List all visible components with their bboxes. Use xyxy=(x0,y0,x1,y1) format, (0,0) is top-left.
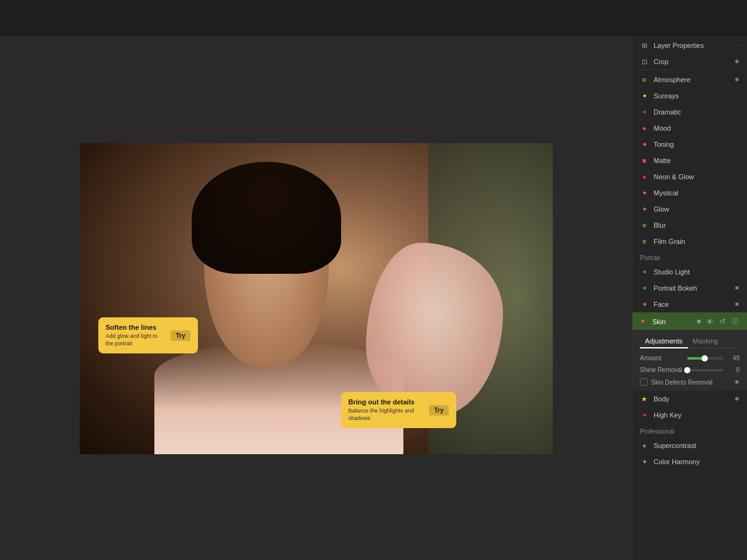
amount-control-row: Amount 49 xyxy=(640,355,740,362)
atmosphere-star: ✱ xyxy=(735,77,740,83)
skin-panel-icon: ✦ xyxy=(640,317,649,326)
sidebar-item-mystical[interactable]: ✦ Mystical xyxy=(632,185,747,201)
layer-properties-item[interactable]: ⊞ Layer Properties ··· xyxy=(632,37,747,54)
skin-defects-label: Skin Defects Removal xyxy=(651,379,731,386)
portrait-bokeh-star: ✱ xyxy=(735,285,740,291)
tab-adjustments[interactable]: Adjustments xyxy=(640,335,688,348)
skin-reset-button[interactable]: ↺ xyxy=(718,317,726,325)
amount-slider-thumb[interactable] xyxy=(702,355,708,362)
sidebar-item-body[interactable]: ★ Body ✱ xyxy=(632,391,747,407)
sunrays-icon: ✦ xyxy=(640,91,649,100)
glow-icon: ✦ xyxy=(640,205,649,213)
photo-background xyxy=(80,143,553,454)
sidebar-item-atmosphere[interactable]: ≡ Atmosphere ✱ xyxy=(632,72,747,88)
sidebar-item-supercontrast[interactable]: ● Supercontrast xyxy=(632,437,747,454)
professional-section-label: Professional xyxy=(632,423,747,437)
studio-light-label: Studio Light xyxy=(654,268,740,276)
skin-defects-checkbox[interactable] xyxy=(640,378,647,386)
mood-icon: ● xyxy=(640,124,649,133)
tooltip-soften-desc: Add glow and light to the portrait xyxy=(106,333,166,347)
body-label: Body xyxy=(654,395,730,403)
blur-label: Blur xyxy=(654,222,740,229)
sidebar-item-matte[interactable]: ■ Matte xyxy=(632,152,747,169)
sidebar-item-neon-glow[interactable]: ● Neon & Glow xyxy=(632,169,747,185)
tooltip-details-desc: Balance the highlights and shadows xyxy=(349,408,425,422)
matte-label: Matte xyxy=(654,157,740,164)
portrait-bokeh-icon: ✦ xyxy=(640,284,649,292)
tooltip-soften-title: Soften the lines xyxy=(106,324,166,331)
sidebar-item-mood[interactable]: ● Mood xyxy=(632,120,747,136)
photo-container: Soften the lines Add glow and light to t… xyxy=(80,143,553,454)
sidebar-item-face[interactable]: ✦ Face ✱ xyxy=(632,296,747,312)
shine-removal-label: Shine Removal xyxy=(640,366,684,373)
skin-panel-label: Skin xyxy=(652,318,693,325)
shine-removal-control-row: Shine Removal 0 xyxy=(640,366,740,373)
atmosphere-label: Atmosphere xyxy=(654,76,730,83)
layer-properties-icon: ⊞ xyxy=(640,41,649,50)
color-harmony-icon: ✦ xyxy=(640,457,649,466)
mystical-label: Mystical xyxy=(654,189,740,197)
shine-removal-slider-thumb[interactable] xyxy=(684,367,690,373)
sidebar-item-blur[interactable]: ≡ Blur xyxy=(632,217,747,233)
tooltip-details-try-button[interactable]: Try xyxy=(429,405,448,416)
tooltip-soften-text: Soften the lines Add glow and light to t… xyxy=(106,324,166,347)
crop-star: ✱ xyxy=(735,58,740,65)
blur-icon: ≡ xyxy=(640,221,649,230)
supercontrast-icon: ● xyxy=(640,441,649,450)
sidebar-item-portrait-bokeh[interactable]: ✦ Portrait Bokeh ✱ xyxy=(632,280,747,296)
sunrays-label: Sunrays xyxy=(654,92,740,100)
mood-label: Mood xyxy=(654,124,740,132)
amount-label: Amount xyxy=(640,355,684,362)
layer-properties-star: ··· xyxy=(735,42,740,49)
sidebar-item-studio-light[interactable]: ✦ Studio Light xyxy=(632,264,747,280)
tab-masking[interactable]: Masking xyxy=(688,335,723,348)
top-bar xyxy=(0,0,747,37)
face-star: ✱ xyxy=(735,301,740,307)
film-grain-icon: ≡ xyxy=(640,237,649,246)
toning-label: Toning xyxy=(654,141,740,148)
tooltip-details: Bring out the details Balance the highli… xyxy=(341,392,456,428)
amount-slider[interactable] xyxy=(687,357,723,360)
skin-panel-actions: 👁 ↺ ⓘ xyxy=(705,317,740,326)
atmosphere-icon: ≡ xyxy=(640,75,649,84)
panel-scroll[interactable]: ⊞ Layer Properties ··· ⊡ Crop ✱ ≡ Atmosp… xyxy=(632,37,747,560)
toning-icon: ✦ xyxy=(640,140,649,149)
sidebar-item-toning[interactable]: ✦ Toning xyxy=(632,136,747,152)
skin-info-button[interactable]: ⓘ xyxy=(730,317,740,326)
canvas-area: Soften the lines Add glow and light to t… xyxy=(0,37,632,560)
sidebar-item-high-key[interactable]: ✦ High Key xyxy=(632,407,747,423)
tooltip-soften-try-button[interactable]: Try xyxy=(171,330,190,341)
tooltip-details-title: Bring out the details xyxy=(349,398,425,406)
shine-removal-slider[interactable] xyxy=(687,369,723,371)
skin-visibility-button[interactable]: 👁 xyxy=(705,318,715,325)
sidebar-item-dramatic[interactable]: ✦ Dramatic xyxy=(632,104,747,120)
skin-panel: ✦ Skin ✱ 👁 ↺ ⓘ Adjustments Masking xyxy=(632,312,747,391)
studio-light-icon: ✦ xyxy=(640,268,649,276)
portrait-hair xyxy=(192,162,341,274)
sidebar-item-glow[interactable]: ✦ Glow xyxy=(632,201,747,217)
body-icon: ★ xyxy=(640,394,649,403)
sidebar-item-sunrays[interactable]: ✦ Sunrays xyxy=(632,88,747,104)
portrait-bokeh-label: Portrait Bokeh xyxy=(654,284,730,292)
sidebar-item-film-grain[interactable]: ≡ Film Grain xyxy=(632,233,747,250)
neon-glow-icon: ● xyxy=(640,172,649,181)
high-key-icon: ✦ xyxy=(640,411,649,419)
amount-value: 49 xyxy=(727,355,740,362)
tabs-row: Adjustments Masking xyxy=(640,335,740,348)
shine-removal-value: 0 xyxy=(727,366,740,373)
face-icon: ✦ xyxy=(640,300,649,309)
tooltip-soften: Soften the lines Add glow and light to t… xyxy=(98,317,198,353)
main-area: Soften the lines Add glow and light to t… xyxy=(0,37,747,560)
layer-properties-label: Layer Properties xyxy=(654,42,730,49)
skin-panel-star: ✱ xyxy=(697,319,702,325)
skin-panel-header[interactable]: ✦ Skin ✱ 👁 ↺ ⓘ xyxy=(632,313,747,330)
crop-label: Crop xyxy=(654,58,730,65)
skin-controls: Adjustments Masking Amount 49 xyxy=(632,330,747,391)
crop-item[interactable]: ⊡ Crop ✱ xyxy=(632,54,747,70)
right-panel: ⊞ Layer Properties ··· ⊡ Crop ✱ ≡ Atmosp… xyxy=(632,37,747,560)
body-star: ✱ xyxy=(735,396,740,402)
sidebar-item-color-harmony[interactable]: ✦ Color Harmony xyxy=(632,454,747,470)
high-key-label: High Key xyxy=(654,411,740,419)
crop-icon: ⊡ xyxy=(640,57,649,66)
tooltip-details-text: Bring out the details Balance the highli… xyxy=(349,398,425,422)
